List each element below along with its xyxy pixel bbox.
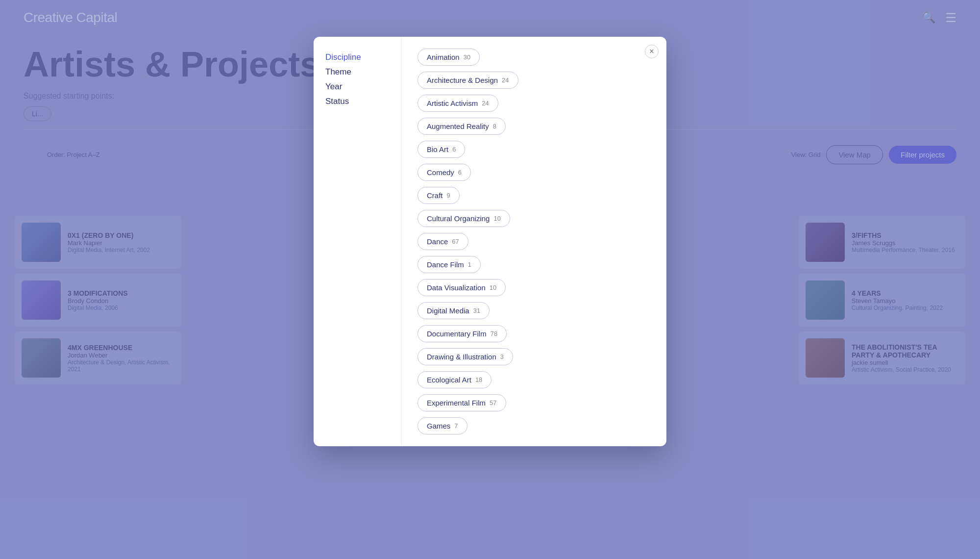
discipline-count: 10 xyxy=(493,215,500,222)
discipline-name: Dance Film xyxy=(427,260,464,269)
discipline-tag[interactable]: Digital Media31 xyxy=(417,302,490,319)
filter-status[interactable]: Status xyxy=(325,97,390,106)
discipline-count: 3 xyxy=(500,353,504,360)
disciplines-grid: Animation30Architecture & Design24Artist… xyxy=(417,49,651,434)
discipline-count: 78 xyxy=(490,330,497,337)
modal-close-button[interactable]: × xyxy=(645,45,659,58)
discipline-tag[interactable]: Dance Film1 xyxy=(417,256,481,273)
discipline-tag[interactable]: Animation30 xyxy=(417,49,480,66)
discipline-tag[interactable]: Data Visualization10 xyxy=(417,279,506,296)
discipline-name: Drawing & Illustration xyxy=(427,353,496,361)
discipline-name: Architecture & Design xyxy=(427,76,498,84)
discipline-name: Comedy xyxy=(427,168,454,177)
discipline-name: Cultural Organizing xyxy=(427,214,490,223)
discipline-name: Experimental Film xyxy=(427,399,486,407)
discipline-name: Ecological Art xyxy=(427,376,471,384)
discipline-tag[interactable]: Experimental Film57 xyxy=(417,394,506,411)
discipline-tag[interactable]: Bio Art6 xyxy=(417,141,465,158)
discipline-name: Digital Media xyxy=(427,306,469,315)
discipline-count: 1 xyxy=(468,261,471,268)
discipline-tag[interactable]: Comedy6 xyxy=(417,164,471,181)
discipline-name: Augmented Reality xyxy=(427,122,489,130)
discipline-name: Craft xyxy=(427,191,443,200)
filter-sidebar: Discipline Theme Year Status xyxy=(314,37,402,446)
filter-discipline[interactable]: Discipline xyxy=(325,52,390,62)
discipline-name: Dance xyxy=(427,237,448,246)
discipline-count: 6 xyxy=(452,146,456,153)
discipline-tag[interactable]: Artistic Activism24 xyxy=(417,95,498,112)
discipline-tag[interactable]: Games7 xyxy=(417,417,467,434)
discipline-name: Data Visualization xyxy=(427,283,486,292)
discipline-count: 8 xyxy=(493,123,496,130)
discipline-tag[interactable]: Augmented Reality8 xyxy=(417,118,506,135)
discipline-count: 31 xyxy=(473,307,480,314)
discipline-tag[interactable]: Dance67 xyxy=(417,233,468,250)
filter-modal: × Discipline Theme Year Status Animation… xyxy=(314,37,666,446)
filter-theme[interactable]: Theme xyxy=(325,67,390,77)
discipline-tag[interactable]: Craft9 xyxy=(417,187,460,204)
discipline-count: 9 xyxy=(447,192,450,199)
discipline-count: 7 xyxy=(454,422,458,430)
discipline-count: 24 xyxy=(502,76,509,84)
discipline-count: 67 xyxy=(452,238,459,245)
discipline-tag[interactable]: Architecture & Design24 xyxy=(417,72,518,89)
discipline-count: 10 xyxy=(490,284,496,291)
discipline-name: Documentary Film xyxy=(427,330,487,338)
discipline-count: 18 xyxy=(475,376,482,383)
discipline-count: 24 xyxy=(482,100,489,107)
modal-overlay[interactable]: × Discipline Theme Year Status Animation… xyxy=(0,0,980,559)
filter-year[interactable]: Year xyxy=(325,82,390,92)
disciplines-list: Animation30Architecture & Design24Artist… xyxy=(402,37,666,446)
discipline-tag[interactable]: Drawing & Illustration3 xyxy=(417,348,513,365)
discipline-tag[interactable]: Documentary Film78 xyxy=(417,325,507,342)
discipline-tag[interactable]: Cultural Organizing10 xyxy=(417,210,510,227)
discipline-name: Bio Art xyxy=(427,145,448,153)
discipline-count: 57 xyxy=(490,399,496,407)
discipline-tag[interactable]: Ecological Art18 xyxy=(417,371,491,388)
discipline-name: Games xyxy=(427,422,450,430)
discipline-name: Animation xyxy=(427,53,460,61)
discipline-name: Artistic Activism xyxy=(427,99,478,107)
discipline-count: 6 xyxy=(458,169,462,176)
discipline-count: 30 xyxy=(464,53,470,61)
